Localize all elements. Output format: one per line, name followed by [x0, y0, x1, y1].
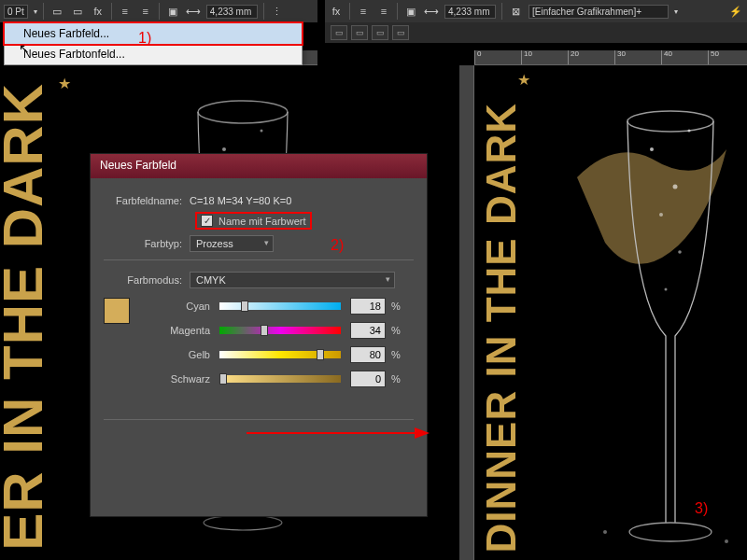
separator — [111, 3, 112, 20]
separator — [501, 3, 502, 20]
align-icon[interactable]: ≡ — [356, 4, 371, 19]
tool-icon[interactable]: ▭ — [331, 25, 347, 40]
farbmodus-label: Farbmodus: — [104, 274, 190, 286]
svg-point-12 — [678, 250, 682, 254]
farbmodus-select[interactable]: CMYK — [190, 272, 395, 288]
ruler-tick: 40 — [661, 50, 708, 64]
ruler-horizontal-right: 0 10 20 30 40 50 — [474, 50, 747, 65]
pct-label: % — [391, 349, 401, 360]
magenta-label: Magenta — [139, 325, 219, 336]
svg-point-9 — [688, 130, 691, 133]
schwarz-slider[interactable] — [219, 375, 341, 383]
annotation-2: 2) — [331, 237, 344, 254]
document-canvas-right[interactable]: DINNER IN THE DARK ★ — [474, 65, 736, 560]
crop-icon[interactable]: ▣ — [403, 4, 418, 19]
ruler-tick: 20 — [568, 50, 614, 64]
new-swatch-dialog: Neues Farbfeld Farbfeldname: C=18 M=34 Y… — [90, 153, 428, 517]
headline-text: ER IN THE DARK — [0, 83, 55, 551]
svg-point-10 — [673, 185, 678, 189]
menu-item-neues-farbfeld[interactable]: Neues Farbfeld... — [5, 23, 302, 44]
schwarz-value[interactable] — [350, 371, 386, 387]
separator — [159, 3, 160, 20]
cursor-icon: ↖ — [19, 41, 30, 56]
svg-marker-17 — [415, 427, 430, 439]
farbfeldname-value: C=18 M=34 Y=80 K=0 — [190, 195, 291, 206]
svg-point-8 — [650, 147, 654, 151]
dialog-titlebar[interactable]: Neues Farbfeld — [91, 154, 427, 178]
gelb-value[interactable] — [350, 346, 386, 363]
annotation-3: 3) — [695, 500, 708, 517]
cyan-label: Cyan — [139, 301, 219, 312]
crop-icon[interactable]: ▣ — [165, 4, 180, 19]
menu-item-neues-farbtonfeld[interactable]: Neues Farbtonfeld... — [5, 44, 302, 64]
cyan-value[interactable] — [350, 298, 386, 315]
ruler-vertical — [459, 65, 474, 560]
svg-point-11 — [659, 213, 663, 217]
ruler-tick: 50 — [708, 50, 747, 64]
fx-icon[interactable]: fx — [329, 4, 344, 19]
dimension-field[interactable] — [444, 5, 496, 19]
swatch-icon-2[interactable]: ▭ — [70, 4, 85, 19]
checkbox-icon[interactable]: ✓ — [201, 215, 213, 227]
gelb-slider[interactable] — [219, 351, 341, 358]
gelb-label: Gelb — [139, 349, 219, 360]
farbtyp-select[interactable]: Prozess — [190, 235, 274, 252]
separator — [43, 3, 44, 20]
svg-point-3 — [261, 130, 263, 133]
separator — [263, 3, 264, 20]
dropdown-arrow-icon[interactable]: ▾ — [34, 7, 37, 16]
ruler-tick: 0 — [474, 50, 521, 64]
tool-icon[interactable]: ▭ — [351, 25, 368, 40]
dimension-field[interactable] — [206, 5, 258, 19]
design-artwork: DINNER IN THE DARK ★ — [474, 65, 736, 560]
fx-icon[interactable]: fx — [91, 4, 106, 19]
name-mit-farbwert-label: Name mit Farbwert — [218, 216, 306, 227]
ruler-tick: 30 — [614, 50, 661, 64]
tool-icon[interactable]: ▭ — [372, 25, 388, 40]
farbfeldname-label: Farbfeldname: — [104, 195, 190, 206]
dim-icon: ⟷ — [186, 4, 201, 19]
cyan-slider[interactable] — [219, 302, 341, 310]
svg-point-1 — [204, 515, 282, 530]
svg-point-6 — [627, 111, 713, 132]
svg-point-7 — [629, 523, 712, 541]
frame-icon[interactable]: ⊠ — [508, 4, 523, 19]
pct-label: % — [391, 373, 401, 385]
divider — [104, 259, 414, 260]
schwarz-label: Schwarz — [139, 373, 219, 385]
pct-label: % — [391, 325, 401, 336]
object-style-dropdown[interactable]: [Einfacher Grafikrahmen]+ — [529, 5, 669, 19]
magenta-slider[interactable] — [219, 327, 341, 334]
farbtyp-label: Farbtyp: — [104, 238, 190, 249]
separator — [397, 3, 398, 20]
svg-point-14 — [603, 530, 607, 534]
flash-icon[interactable]: ⚡ — [728, 4, 743, 19]
dim-icon: ⟷ — [424, 4, 439, 19]
align-icon[interactable]: ≡ — [118, 4, 133, 19]
champagne-glass-graphic — [558, 65, 736, 560]
options-icon[interactable]: ⋮ — [270, 4, 285, 19]
color-preview-swatch — [104, 298, 130, 324]
swatches-context-menu: Neues Farbfeld... Neues Farbtonfeld... — [4, 22, 303, 65]
magenta-value[interactable] — [350, 322, 386, 339]
annotation-arrow — [247, 424, 433, 442]
control-panel-right: fx ≡ ≡ ▣ ⟷ ⊠ [Einfacher Grafikrahmen]+ ▾… — [325, 0, 747, 22]
dropdown-arrow-icon[interactable]: ▾ — [674, 7, 678, 16]
annotation-1: 1) — [138, 30, 151, 47]
svg-point-0 — [198, 101, 288, 123]
control-panel-left: 0 Pt ▾ ▭ ▭ fx ≡ ≡ ▣ ⟷ ⋮ — [0, 0, 317, 22]
svg-point-13 — [665, 288, 668, 291]
name-mit-farbwert-row[interactable]: ✓ Name mit Farbwert — [197, 214, 310, 228]
tool-icon[interactable]: ▭ — [392, 25, 409, 40]
swatch-icon[interactable]: ▭ — [49, 4, 64, 19]
toolbar-row-2: ▭ ▭ ▭ ▭ — [325, 22, 747, 43]
stroke-weight-field[interactable]: 0 Pt — [4, 5, 28, 19]
align-icon-2[interactable]: ≡ — [376, 4, 391, 19]
svg-point-15 — [725, 539, 728, 543]
ruler-tick: 10 — [521, 50, 568, 64]
align-icon-2[interactable]: ≡ — [138, 4, 153, 19]
separator — [349, 3, 350, 20]
divider — [104, 419, 414, 420]
star-icon: ★ — [517, 71, 530, 89]
headline-text: DINNER IN THE DARK — [478, 103, 525, 553]
